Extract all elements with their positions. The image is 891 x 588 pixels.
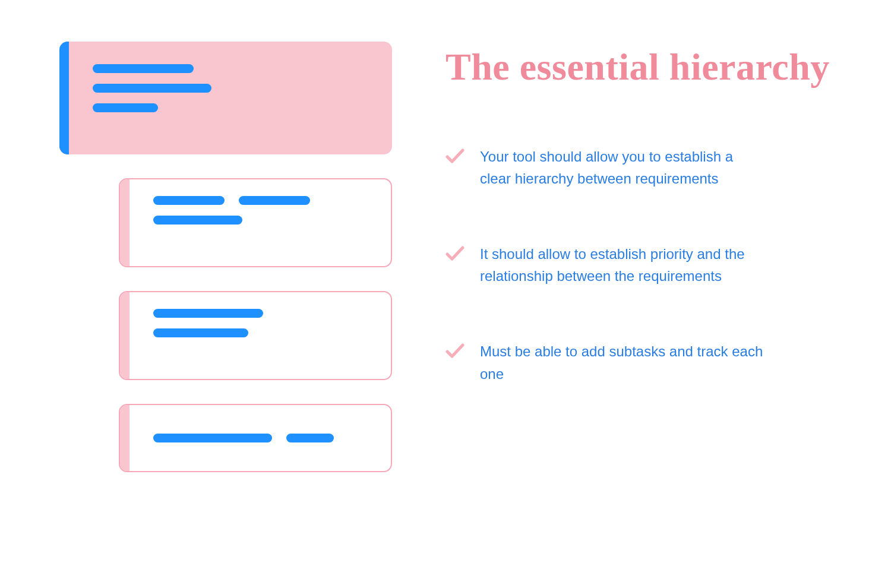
bullet-text: Your tool should allow you to establish … [480, 146, 765, 189]
text-bar-icon [153, 328, 248, 337]
text-bar-icon [153, 216, 242, 225]
card-body [129, 292, 391, 354]
bullet-item: Must be able to add subtasks and track e… [446, 340, 843, 384]
hierarchy-illustration [59, 42, 392, 546]
card-accent-stripe [120, 179, 129, 266]
card-accent-stripe [59, 42, 69, 154]
bullet-list: Your tool should allow you to establish … [446, 146, 843, 385]
text-bar-icon [153, 434, 272, 442]
bullet-item: Your tool should allow you to establish … [446, 146, 843, 189]
text-bar-icon [93, 103, 158, 112]
check-icon [446, 343, 465, 359]
check-icon [446, 245, 465, 262]
card-accent-stripe [120, 292, 129, 379]
section-heading: The essential hierarchy [446, 45, 843, 89]
content-column: The essential hierarchy Your tool should… [440, 42, 843, 546]
bullet-text: Must be able to add subtasks and track e… [480, 340, 765, 384]
bullet-text: It should allow to establish priority an… [480, 243, 765, 287]
text-bar-icon [286, 434, 334, 442]
hierarchy-parent-card [59, 42, 392, 154]
card-body [129, 179, 391, 241]
card-body [129, 405, 391, 459]
text-bar-icon [153, 196, 225, 205]
hierarchy-child-card [119, 404, 392, 472]
check-icon [446, 148, 465, 165]
text-bar-icon [239, 196, 310, 205]
card-accent-stripe [120, 405, 129, 471]
page: The essential hierarchy Your tool should… [0, 0, 891, 588]
hierarchy-child-card [119, 291, 392, 380]
bullet-item: It should allow to establish priority an… [446, 243, 843, 287]
hierarchy-child-card [119, 178, 392, 267]
text-bar-icon [93, 64, 194, 73]
card-body [69, 42, 392, 129]
text-bar-icon [153, 309, 263, 318]
text-bar-icon [93, 84, 211, 93]
